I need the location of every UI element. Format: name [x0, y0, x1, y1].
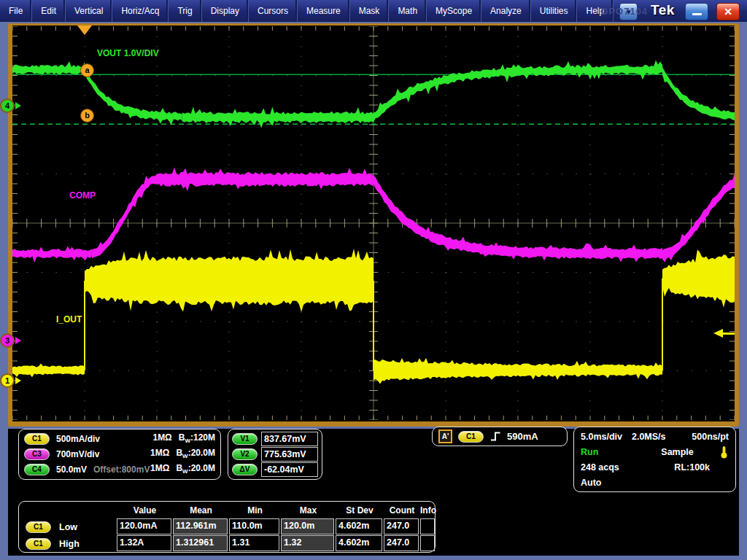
- channel-4-reference-marker[interactable]: 4: [0, 98, 21, 113]
- minimize-icon: [692, 13, 702, 15]
- channel-3-scale: 700mV/div: [56, 449, 99, 459]
- cursor-v1-row: V1 837.67mV: [228, 431, 322, 446]
- menu-vertical[interactable]: Vertical: [66, 0, 112, 22]
- thermometer-icon: [719, 446, 729, 459]
- measurement-source-button[interactable]: C1: [26, 538, 51, 550]
- channel-4-row: C4 50.0mV Offset:800mV 1MΩ BW:20.0M: [19, 462, 220, 477]
- timebase-row-1: 5.0ms/div 2.0MS/s 500ns/pt: [574, 429, 735, 444]
- col-header-count: Count: [384, 503, 420, 518]
- col-header-stdev: St Dev: [336, 503, 384, 518]
- channel-4-scale: 50.0mV: [56, 464, 87, 475]
- measurement-table: Value Mean Min Max St Dev Count Info C1 …: [22, 503, 435, 552]
- menu-measure[interactable]: Measure: [298, 0, 350, 22]
- table-cell: 120.0mA: [117, 518, 171, 534]
- channel-3-bandwidth: BW:20.0M: [176, 448, 215, 459]
- measurement-source-button[interactable]: C1: [26, 521, 51, 533]
- measurement-panel: Value Mean Min Max St Dev Count Info C1 …: [18, 501, 436, 553]
- table-cell: 1.31: [229, 535, 279, 551]
- minimize-button[interactable]: [685, 3, 708, 20]
- frame-strip-bottom: [0, 556, 747, 560]
- sample-rate: 2.0MS/s: [632, 432, 666, 442]
- frame-strip-left: [0, 429, 8, 560]
- vout-trace-label: VOUT 1.0V/DIV: [97, 48, 159, 58]
- scope-frame: VOUT 1.0V/DIV COMP I_OUT a b 4 3 1: [0, 22, 747, 429]
- table-cell: 120.0m: [281, 518, 334, 534]
- trigger-readout-panel: A' C1 590mA: [432, 427, 568, 446]
- cursor-a-handle[interactable]: a: [80, 63, 94, 77]
- measurement-name: Low: [59, 522, 77, 532]
- channel-4-offset: Offset:800mV: [93, 464, 150, 475]
- close-icon: ✕: [724, 6, 732, 18]
- cursor-v1-value: 837.67mV: [261, 432, 318, 446]
- rising-edge-icon: [489, 431, 501, 442]
- waveform-canvas: [12, 26, 735, 420]
- cursor-v2-button[interactable]: V2: [232, 448, 258, 460]
- menu-math[interactable]: Math: [389, 0, 427, 22]
- menu-display[interactable]: Display: [202, 0, 249, 22]
- channel-3-impedance: 1MΩ: [150, 448, 169, 459]
- comp-trace-label: COMP: [69, 190, 96, 201]
- channel-4-impedance: 1MΩ: [150, 463, 169, 475]
- col-header-value: Value: [117, 503, 173, 518]
- cursor-v2-row: V2 775.63mV: [228, 446, 322, 462]
- waveform-display[interactable]: VOUT 1.0V/DIV COMP I_OUT a b: [12, 26, 735, 421]
- menu-cursors[interactable]: Cursors: [249, 0, 298, 22]
- cursor-dv-button[interactable]: ΔV: [232, 464, 258, 475]
- channel-4-bandwidth: BW:20.0M: [176, 463, 215, 475]
- table-cell: 247.0: [384, 535, 419, 551]
- trigger-level-arrow-icon[interactable]: [713, 329, 735, 338]
- readout-area: C1 500mA/div 1MΩ BW:120M C3 700mV/div 1M…: [0, 429, 747, 556]
- cursor-dv-row: ΔV -62.04mV: [228, 462, 322, 477]
- menu-utilities[interactable]: Utilities: [531, 0, 578, 22]
- channel-1-bandwidth: BW:120M: [179, 432, 215, 444]
- channel-1-reference-marker[interactable]: 1: [0, 373, 21, 388]
- channel-1-impedance: 1MΩ: [152, 432, 171, 444]
- cursor-readout-panel: V1 837.67mV V2 775.63mV ΔV -62.04mV: [228, 429, 322, 480]
- arrow-right-icon: [15, 102, 21, 109]
- channel-3-row: C3 700mV/div 1MΩ BW:20.0M: [19, 446, 220, 462]
- table-cell: 1.312961: [173, 535, 228, 551]
- record-length: RL:100k: [674, 462, 710, 472]
- menu-mask[interactable]: Mask: [350, 0, 390, 22]
- measurement-row-label: C1 High: [22, 535, 117, 552]
- cursor-b-handle[interactable]: b: [80, 109, 94, 122]
- menu-file[interactable]: File: [0, 0, 32, 22]
- channel-1-button[interactable]: C1: [24, 433, 50, 445]
- scope-application: { "titlebar": { "model": "DPO7104", "log…: [0, 0, 747, 560]
- channel-settings-panel: C1 500mA/div 1MΩ BW:120M C3 700mV/div 1M…: [18, 429, 221, 480]
- menu-horiz-acq[interactable]: Horiz/Acq: [112, 0, 169, 22]
- timebase-row-4: Auto: [574, 475, 735, 490]
- measurement-row-label: C1 Low: [22, 518, 117, 535]
- table-cell: 4.602m: [336, 535, 382, 551]
- trigger-mode-auto: Auto: [581, 478, 601, 488]
- menu-myscope[interactable]: MyScope: [427, 0, 481, 22]
- timebase-row-3: 248 acqs RL:100k: [574, 459, 735, 475]
- close-button[interactable]: ✕: [716, 3, 740, 20]
- acquisition-count: 248 acqs: [581, 462, 619, 472]
- menu-edit[interactable]: Edit: [32, 0, 66, 22]
- timebase-panel: 5.0ms/div 2.0MS/s 500ns/pt Run Sample 24…: [573, 427, 736, 492]
- trigger-position-icon[interactable]: [77, 26, 92, 35]
- channel-1-scale: 500mA/div: [56, 434, 100, 444]
- graticule-bezel: VOUT 1.0V/DIV COMP I_OUT a b: [8, 23, 739, 427]
- trigger-level-value: 590mA: [507, 431, 538, 442]
- acquisition-mode: Sample: [661, 447, 693, 457]
- arrow-right-icon: [15, 377, 21, 384]
- channel-3-reference-marker[interactable]: 3: [0, 333, 21, 348]
- table-cell: 247.0: [384, 518, 419, 534]
- menu-trig[interactable]: Trig: [169, 0, 201, 22]
- table-cell: 112.961m: [173, 518, 228, 534]
- channel-4-button[interactable]: C4: [24, 464, 50, 475]
- menu-analyze[interactable]: Analyze: [481, 0, 531, 22]
- table-cell-info: [420, 518, 435, 534]
- col-header-info: Info: [420, 503, 436, 518]
- trigger-source-button[interactable]: C1: [458, 431, 484, 443]
- channel-3-button[interactable]: C3: [24, 448, 50, 460]
- timebase-scale: 5.0ms/div: [581, 432, 622, 442]
- tek-logo: Tek: [651, 2, 675, 18]
- trigger-mode-badge[interactable]: A': [438, 429, 452, 443]
- table-cell: 1.32A: [117, 535, 171, 551]
- cursor-v1-button[interactable]: V1: [232, 433, 258, 445]
- cursor-dv-value: -62.04mV: [261, 462, 318, 477]
- table-cell: 1.32: [281, 535, 334, 551]
